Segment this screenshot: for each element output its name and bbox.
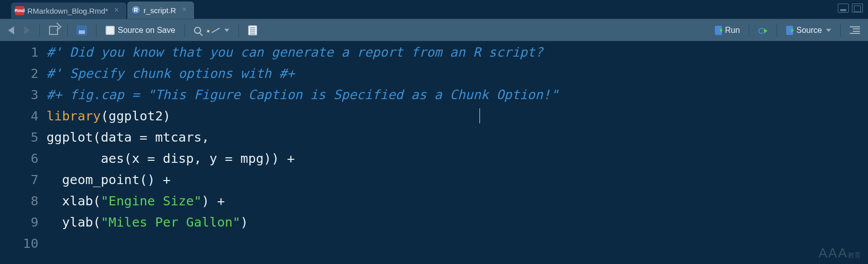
arrow-right-icon (24, 26, 30, 34)
maximize-pane-icon[interactable] (852, 4, 863, 13)
code-token: ) + (202, 193, 225, 208)
code-token: #' Specify chunk options with #+ (46, 66, 295, 81)
close-icon[interactable]: × (114, 7, 121, 14)
nav-forward-button[interactable] (21, 25, 33, 36)
save-button[interactable] (74, 24, 90, 37)
code-token: ylab( (46, 214, 101, 230)
arrow-left-icon (8, 26, 14, 34)
code-line[interactable]: aes(x = disp, y = mpg)) + (46, 148, 868, 169)
tab-label: RMarkdown_Blog.Rmd* (27, 7, 108, 15)
nav-back-button[interactable] (5, 25, 17, 36)
line-number: 5 (0, 126, 38, 148)
notebook-icon (248, 25, 257, 35)
tab-rmarkdown-blog[interactable]: Rmd RMarkdown_Blog.Rmd* × (11, 3, 126, 19)
compile-report-button[interactable] (245, 24, 260, 37)
close-icon[interactable]: × (182, 7, 189, 14)
rerun-button[interactable] (755, 25, 770, 35)
code-token: ggplot(data = mtcars, (46, 129, 209, 145)
tab-r-script[interactable]: R r_script.R × (127, 2, 194, 19)
run-button[interactable]: Run (712, 24, 743, 36)
tab-label: r_script.R (143, 6, 176, 15)
source-button[interactable]: Source (783, 24, 834, 36)
tab-bar: Rmd RMarkdown_Blog.Rmd* × R r_script.R × (0, 0, 868, 19)
code-token: #' Did you know that you can generate a … (46, 45, 543, 60)
separator (840, 24, 841, 37)
line-number-gutter: 12345678910 (0, 41, 46, 264)
minimize-pane-icon[interactable] (838, 4, 849, 13)
code-line[interactable]: geom_point() + (46, 169, 868, 190)
checkbox-icon (106, 26, 115, 35)
code-line[interactable]: #+ fig.cap = "This Figure Caption is Spe… (46, 84, 868, 105)
separator (184, 24, 185, 37)
popout-icon (49, 26, 58, 35)
code-token: xlab( (46, 193, 101, 208)
line-number: 4 (0, 105, 38, 126)
code-token: "Miles Per Gallon" (101, 214, 240, 230)
outline-icon (850, 26, 860, 34)
run-label: Run (725, 26, 740, 35)
run-icon (715, 26, 722, 35)
code-token: (ggplot2) (101, 108, 170, 123)
find-replace-button[interactable] (191, 25, 204, 35)
code-token: geom_point() + (46, 172, 171, 187)
code-area[interactable]: #' Did you know that you can generate a … (46, 41, 868, 264)
code-token: library (46, 108, 101, 123)
line-number: 1 (0, 41, 38, 63)
code-token: aes(x = disp, y = mpg)) + (46, 151, 295, 166)
code-line[interactable]: ylab("Miles Per Gallon") (46, 211, 868, 233)
r-file-icon: R (131, 6, 140, 15)
rmd-file-icon: Rmd (15, 6, 24, 15)
separator (749, 24, 749, 37)
code-token: ) (240, 214, 248, 230)
watermark-main: AAA (818, 245, 848, 260)
code-line[interactable]: library(ggplot2) (46, 105, 868, 126)
code-tools-button[interactable] (208, 27, 232, 33)
line-number: 6 (0, 148, 38, 169)
chevron-down-icon (826, 29, 831, 32)
separator (96, 24, 97, 37)
chevron-down-icon (224, 29, 229, 32)
code-line[interactable]: ggplot(data = mtcars, (46, 126, 868, 148)
pane-controls (838, 4, 863, 13)
watermark-sub: 教育 (848, 251, 861, 259)
source-on-save-toggle[interactable]: Source on Save (103, 24, 178, 36)
code-token: #+ fig.cap = "This Figure Caption is Spe… (46, 87, 558, 102)
source-label: Source (796, 26, 822, 35)
editor-toolbar: Source on Save Run Source (0, 19, 868, 41)
separator (777, 24, 777, 37)
code-editor[interactable]: 12345678910 #' Did you know that you can… (0, 41, 868, 264)
separator (39, 24, 40, 37)
line-number: 9 (0, 211, 38, 233)
text-cursor (479, 108, 480, 123)
separator (238, 24, 239, 37)
source-icon (786, 26, 793, 35)
line-number: 2 (0, 63, 38, 84)
save-icon (77, 25, 87, 35)
line-number: 10 (0, 233, 38, 254)
search-icon (194, 27, 201, 34)
code-line[interactable]: #' Did you know that you can generate a … (46, 41, 868, 63)
line-number: 3 (0, 84, 38, 105)
code-line[interactable]: #' Specify chunk options with #+ (46, 63, 868, 84)
document-outline-button[interactable] (847, 25, 863, 36)
line-number: 8 (0, 190, 38, 211)
rerun-icon (758, 27, 767, 34)
line-number: 7 (0, 169, 38, 190)
code-token: "Engine Size" (101, 193, 202, 208)
show-in-new-window-button[interactable] (46, 24, 61, 36)
watermark: AAA教育 (818, 245, 861, 261)
magic-wand-icon (212, 27, 220, 33)
separator (67, 24, 68, 37)
code-line[interactable]: xlab("Engine Size") + (46, 190, 868, 211)
source-on-save-label: Source on Save (118, 26, 175, 35)
